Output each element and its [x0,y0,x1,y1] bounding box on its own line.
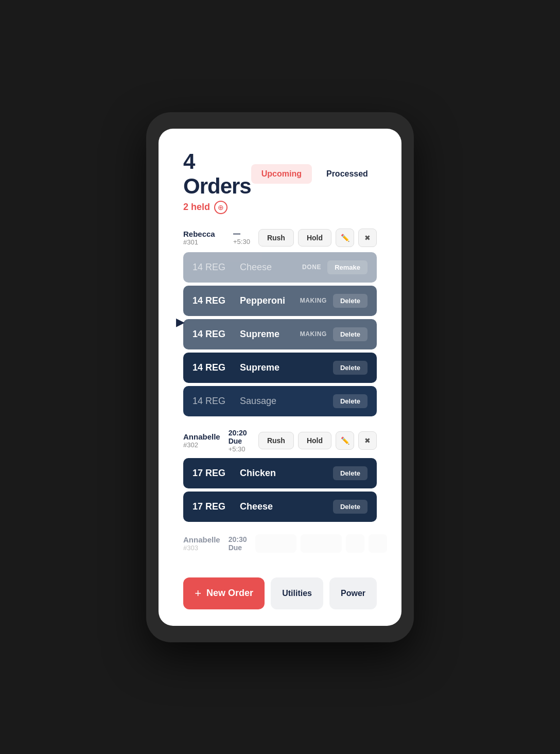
delete-item-button[interactable]: Delete [333,327,367,341]
pizza-topping: Cheese [240,262,296,273]
rush-button[interactable]: Rush [258,432,294,449]
edit-button[interactable]: ✏️ [336,431,354,450]
order-plus-time: +5:30 [233,238,250,246]
order-info-annabelle: Annabelle #302 [183,432,220,449]
power-button[interactable]: Power [329,577,377,609]
delete-item-button[interactable]: Delete [333,294,367,308]
order-info-rebecca: Rebecca #301 [183,230,225,246]
order-time: 20:30 Due [229,535,247,552]
order-header-rebecca: Rebecca #301 — +5:30 Rush Hold ✏️ ✖ [183,229,377,247]
order-group-annabelle-303: Annabelle #303 20:30 Due [183,534,377,553]
delete-item-button[interactable]: Delete [333,394,367,408]
order-name: Annabelle [183,432,220,441]
order-name: Rebecca [183,230,225,238]
tab-upcoming[interactable]: Upcoming [251,164,312,184]
order-time-block: 20:20 Due +5:30 [229,429,250,453]
tab-processed[interactable]: Processed [316,164,378,184]
delete-order-button[interactable]: ✖ [358,431,377,450]
order-actions-rebecca: Rush Hold ✏️ ✖ [258,229,377,247]
pizza-item: 14 REG Supreme MAKING Delete [183,319,377,349]
pizza-item: 14 REG Sausage Delete [183,386,377,416]
pizza-size: 14 REG [192,262,234,273]
pizza-topping: Cheese [240,501,280,512]
plus-icon: + [195,587,201,600]
pizza-topping: Chicken [240,468,280,479]
pizza-item: 17 REG Cheese Delete [183,492,377,522]
orders-list: ▶ Rebecca #301 — +5:30 Rush Hold [183,229,377,565]
pizza-item: 14 REG Cheese DONE Remake [183,252,377,283]
main-content: 4 Orders Upcoming Processed 2 held ⊕ ▶ [159,129,401,626]
delete-order-button[interactable]: ✖ [358,229,377,247]
screen: 4 Orders Upcoming Processed 2 held ⊕ ▶ [159,129,401,626]
order-time: — [233,230,250,238]
order-info-truncated: Annabelle #303 [183,535,220,552]
bottom-bar: + New Order Utilities Power [183,565,377,609]
header: 4 Orders Upcoming Processed [183,149,377,199]
order-number: #301 [183,238,225,246]
held-text: 2 held [183,202,210,213]
delete-item-button[interactable]: Delete [333,466,367,480]
rush-button[interactable]: Rush [258,229,294,247]
order-name: Annabelle [183,535,220,544]
order-number: #303 [183,544,220,552]
order-time-block: — +5:30 [233,230,250,246]
pizza-topping: Supreme [240,329,294,340]
pizza-status: MAKING [300,330,327,338]
pizza-topping: Pepperoni [240,295,294,306]
page-title: 4 Orders [183,149,251,199]
order-group-annabelle-302: Annabelle #302 20:20 Due +5:30 Rush Hold… [183,429,377,522]
new-order-label: New Order [206,588,253,599]
pizza-item: 14 REG Supreme Delete [183,353,377,383]
order-time: 20:20 Due [229,429,250,445]
pizza-size: 14 REG [192,362,234,373]
order-header-annabelle: Annabelle #302 20:20 Due +5:30 Rush Hold… [183,429,377,453]
tab-group: Upcoming Processed [251,164,378,184]
pizza-status: DONE [302,264,321,271]
hold-button[interactable]: Hold [298,229,331,247]
utilities-button[interactable]: Utilities [271,577,323,609]
pizza-size: 14 REG [192,396,234,407]
hold-button[interactable]: Hold [298,432,331,449]
delete-item-button[interactable]: Delete [333,500,367,514]
order-actions-annabelle: Rush Hold ✏️ ✖ [258,431,377,450]
order-group-rebecca: ▶ Rebecca #301 — +5:30 Rush Hold [183,229,377,416]
order-time-block: 20:30 Due [229,535,247,552]
delete-item-button[interactable]: Delete [333,361,367,375]
pizza-item: 17 REG Chicken Delete [183,458,377,488]
held-info: 2 held ⊕ [183,201,377,214]
pizza-size: 14 REG [192,329,234,340]
pizza-topping: Sausage [240,396,280,407]
edit-button[interactable]: ✏️ [336,229,354,247]
order-plus-time: +5:30 [229,445,250,453]
remake-button[interactable]: Remake [327,260,367,274]
pizza-size: 14 REG [192,295,234,306]
pizza-topping: Supreme [240,362,280,373]
device-frame: 4 Orders Upcoming Processed 2 held ⊕ ▶ [146,112,414,642]
pizza-size: 17 REG [192,501,234,512]
pizza-item: 14 REG Pepperoni MAKING Delete [183,286,377,316]
pizza-size: 17 REG [192,468,234,479]
new-order-button[interactable]: + New Order [183,577,265,609]
truncated-order-header: Annabelle #303 20:30 Due [183,534,377,553]
held-icon[interactable]: ⊕ [214,201,227,214]
play-arrow-icon: ▶ [176,315,185,329]
order-number: #302 [183,441,220,449]
pizza-status: MAKING [300,297,327,304]
